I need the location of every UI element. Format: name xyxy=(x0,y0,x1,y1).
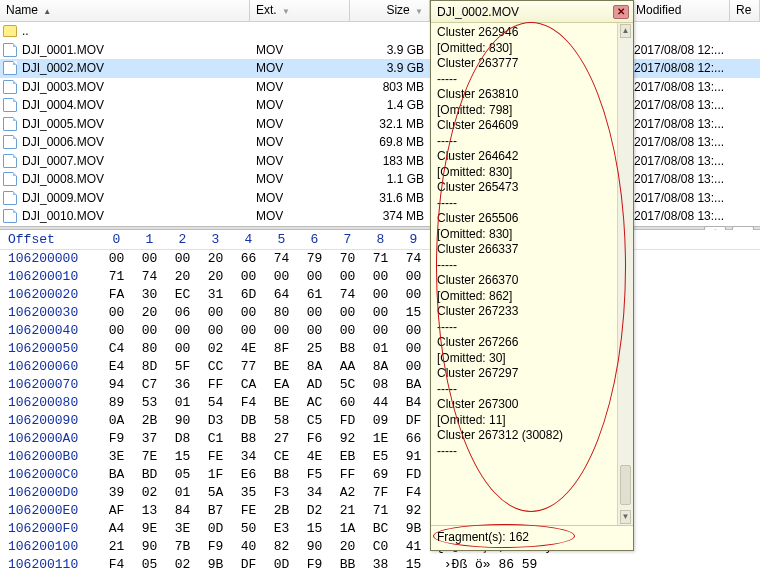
hex-byte[interactable]: 34 xyxy=(232,448,265,466)
hex-byte[interactable]: AD xyxy=(298,376,331,394)
hex-byte[interactable]: 00 xyxy=(100,322,133,340)
hex-byte[interactable]: 25 xyxy=(298,340,331,358)
hex-byte[interactable]: 00 xyxy=(133,322,166,340)
hex-byte[interactable]: 00 xyxy=(265,268,298,286)
file-row[interactable]: DJI_0008.MOVMOV1.1 GB2017/08/08 13:... xyxy=(0,170,760,189)
scroll-thumb[interactable] xyxy=(620,465,631,505)
hex-byte[interactable]: 01 xyxy=(166,394,199,412)
hex-row[interactable]: 106200050C48000024E8F25B80100 N % ‚ ÷f0 xyxy=(0,340,760,358)
hex-row[interactable]: 1062000A0F937D8C1B827F6921E667ØÁ¸'ö' f æ… xyxy=(0,430,760,448)
hex-byte[interactable]: B4 xyxy=(397,394,430,412)
hex-byte[interactable]: 5A xyxy=(199,484,232,502)
hex-byte[interactable]: F5 xyxy=(298,466,331,484)
hex-byte[interactable]: FA xyxy=(100,286,133,304)
hex-row[interactable]: 1062000D03902015A35F334A27FF4 Z5ó4¢ ôÔ}†… xyxy=(0,484,760,502)
hex-byte[interactable]: 3E xyxy=(166,520,199,538)
hex-byte[interactable]: 61 xyxy=(298,286,331,304)
hex-byte[interactable]: DF xyxy=(397,412,430,430)
hex-byte[interactable]: C1 xyxy=(199,430,232,448)
file-row[interactable]: DJI_0010.MOVMOV374 MB2017/08/08 13:... xyxy=(0,207,760,226)
hex-byte[interactable]: 00 xyxy=(166,322,199,340)
hex-byte[interactable]: E3 xyxy=(265,520,298,538)
hex-byte[interactable]: 69 xyxy=(364,466,397,484)
hex-byte[interactable]: 20 xyxy=(133,304,166,322)
hex-byte[interactable]: 00 xyxy=(298,268,331,286)
hex-byte[interactable]: 82 xyxy=(265,538,298,556)
hex-byte[interactable]: 8F xyxy=(265,340,298,358)
col-header-ext[interactable]: Ext. ▼ xyxy=(250,0,350,21)
tooltip-body[interactable]: Cluster 262946[Omitted: 830]Cluster 2637… xyxy=(431,23,633,525)
hex-byte[interactable]: 8D xyxy=(133,358,166,376)
file-row[interactable]: DJI_0004.MOVMOV1.4 GB2017/08/08 13:... xyxy=(0,96,760,115)
hex-byte[interactable]: 80 xyxy=(133,340,166,358)
hex-row[interactable]: 1062000E0AF1384B7FE2BD2217192‚ÿ¹+Ò`q'rxð… xyxy=(0,502,760,520)
tooltip-scrollbar[interactable]: ▲ ▼ xyxy=(617,23,633,525)
scroll-up-icon[interactable]: ▲ xyxy=(620,24,631,38)
hex-byte[interactable]: BA xyxy=(100,466,133,484)
hex-byte[interactable]: B8 xyxy=(265,466,298,484)
hex-byte[interactable]: F9 xyxy=(298,556,331,574)
hex-byte[interactable]: 00 xyxy=(397,358,430,376)
hex-byte[interactable]: 01 xyxy=(166,484,199,502)
hex-byte[interactable]: 09 xyxy=(364,412,397,430)
hex-byte[interactable]: 89 xyxy=(100,394,133,412)
hex-byte[interactable]: F9 xyxy=(100,430,133,448)
hex-byte[interactable]: C0 xyxy=(364,538,397,556)
hex-byte[interactable]: FE xyxy=(232,502,265,520)
col-header-re[interactable]: Re xyxy=(730,0,760,21)
hex-byte[interactable]: 60 xyxy=(331,394,364,412)
hex-byte[interactable]: AC xyxy=(298,394,331,412)
hex-byte[interactable]: 20 xyxy=(331,538,364,556)
hex-byte[interactable]: BD xyxy=(133,466,166,484)
hex-byte[interactable]: 44 xyxy=(364,394,397,412)
file-row[interactable]: DJI_0005.MOVMOV32.1 MB2017/08/08 13:... xyxy=(0,115,760,134)
hex-byte[interactable]: 00 xyxy=(265,322,298,340)
hex-row[interactable]: 106200110F405029BDF0DF9BB3815 ›Ðß ö» 86 … xyxy=(0,556,760,574)
hex-byte[interactable]: 34 xyxy=(298,484,331,502)
hex-byte[interactable]: 00 xyxy=(331,304,364,322)
hex-byte[interactable]: 8A xyxy=(364,358,397,376)
hex-byte[interactable]: 9B xyxy=(397,520,430,538)
hex-byte[interactable]: 06 xyxy=(166,304,199,322)
file-row[interactable]: DJI_0002.MOVMOV3.9 GB2017/08/08 12:... xyxy=(0,59,760,78)
hex-byte[interactable]: 74 xyxy=(265,250,298,268)
hex-byte[interactable]: 02 xyxy=(199,340,232,358)
hex-byte[interactable]: 0A xyxy=(100,412,133,430)
hex-byte[interactable]: 1A xyxy=(331,520,364,538)
hex-byte[interactable]: 71 xyxy=(100,268,133,286)
hex-byte[interactable]: 70 xyxy=(331,250,364,268)
hex-byte[interactable]: 5F xyxy=(166,358,199,376)
hex-byte[interactable]: 20 xyxy=(199,250,232,268)
file-row[interactable]: DJI_0009.MOVMOV31.6 MB2017/08/08 13:... xyxy=(0,189,760,208)
hex-byte[interactable]: 00 xyxy=(100,304,133,322)
hex-byte[interactable]: 30 xyxy=(133,286,166,304)
hex-byte[interactable]: 64 xyxy=(265,286,298,304)
hex-byte[interactable]: 20 xyxy=(166,268,199,286)
hex-byte[interactable]: 13 xyxy=(133,502,166,520)
hex-byte[interactable]: 9E xyxy=(133,520,166,538)
hex-byte[interactable]: 05 xyxy=(133,556,166,574)
hex-byte[interactable]: 2B xyxy=(133,412,166,430)
hex-byte[interactable]: 21 xyxy=(331,502,364,520)
hex-byte[interactable]: 71 xyxy=(364,250,397,268)
hex-byte[interactable]: 15 xyxy=(166,448,199,466)
hex-byte[interactable]: 00 xyxy=(232,322,265,340)
hex-byte[interactable]: 00 xyxy=(364,286,397,304)
hex-byte[interactable]: 90 xyxy=(166,412,199,430)
hex-byte[interactable]: EA xyxy=(265,376,298,394)
hex-row[interactable]: 10620000000000020667479707174 ftypqt xyxy=(0,250,760,268)
hex-byte[interactable]: 20 xyxy=(199,268,232,286)
hex-byte[interactable]: 7E xyxy=(133,448,166,466)
scroll-down-icon[interactable]: ▼ xyxy=(620,510,631,524)
hex-byte[interactable]: 92 xyxy=(397,502,430,520)
hex-byte[interactable]: B8 xyxy=(232,430,265,448)
hex-row[interactable]: 10620003000200600008000000015 €™Ï ù ™Ï xyxy=(0,304,760,322)
hex-byte[interactable]: 80 xyxy=(265,304,298,322)
hex-byte[interactable]: A2 xyxy=(331,484,364,502)
hex-byte[interactable]: BB xyxy=(331,556,364,574)
hex-byte[interactable]: 7B xyxy=(166,538,199,556)
hex-byte[interactable]: 00 xyxy=(100,250,133,268)
hex-byte[interactable]: 00 xyxy=(166,340,199,358)
hex-byte[interactable]: 00 xyxy=(133,250,166,268)
hex-row[interactable]: 1062000F0A49E3E0D50E3151ABC9Bž> Pã ú¾› t… xyxy=(0,520,760,538)
